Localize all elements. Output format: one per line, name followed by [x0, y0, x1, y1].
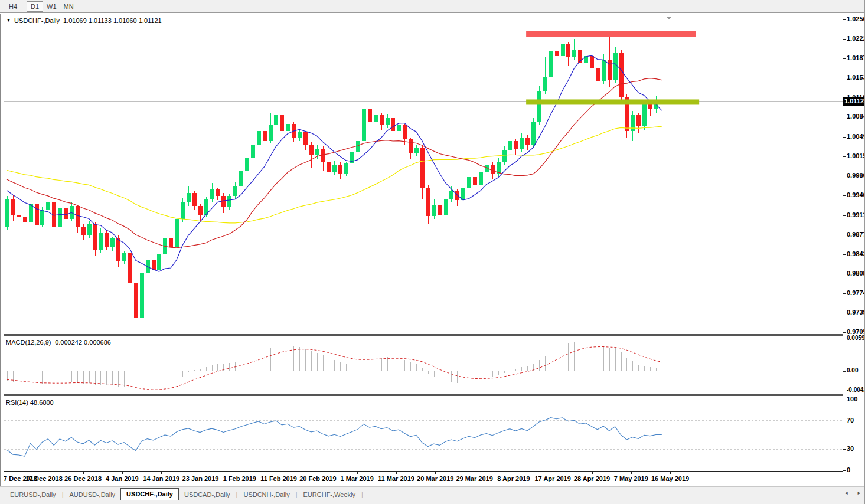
date-axis-label: 20 Feb 2019 [297, 475, 338, 482]
rsi-axis-label: 0 [847, 466, 850, 473]
date-axis-label: 4 Jan 2019 [102, 475, 143, 482]
current-price-tag[interactable]: 1.01121 [843, 97, 865, 106]
rsi-panel-canvas[interactable] [4, 396, 843, 472]
candles-layer [5, 34, 664, 326]
tab-scroll-right-icon[interactable]: ► [857, 490, 861, 496]
price-axis-label: 0.98420 [847, 250, 865, 257]
date-axis-tick [670, 472, 671, 474]
support-level-bar[interactable] [526, 99, 699, 104]
macd-axis-tick [843, 391, 846, 391]
chart-shift-marker-icon[interactable] [666, 17, 672, 19]
date-axis-tick [553, 472, 553, 474]
price-axis-tick [843, 293, 846, 294]
macd-panel-canvas[interactable] [4, 336, 843, 394]
price-axis-tick [843, 274, 846, 274]
timeframe-w1-button[interactable]: W1 [43, 1, 60, 12]
tab-separator: | [296, 489, 298, 500]
price-axis[interactable]: 1.025601.022201.018701.015301.011801.008… [843, 14, 865, 472]
date-axis-tick [396, 472, 397, 474]
date-axis-tick [44, 472, 44, 474]
date-axis-tick [83, 472, 84, 474]
price-chart-canvas[interactable] [4, 14, 843, 334]
tab-separator: | [236, 489, 238, 500]
date-axis-label: 14 Jan 2019 [141, 475, 182, 482]
window-left-border [0, 14, 4, 486]
price-axis-tick [843, 39, 846, 40]
date-axis-tick [161, 472, 162, 474]
price-axis-label: 1.00840 [847, 113, 865, 120]
price-axis-label: 0.99800 [847, 172, 865, 179]
rsi-axis-tick [843, 470, 846, 471]
date-axis-tick [435, 472, 436, 474]
price-axis-label: 0.98080 [847, 270, 865, 277]
price-axis-tick [843, 313, 846, 313]
price-axis-label: 1.00150 [847, 152, 865, 159]
date-axis-tick [122, 472, 123, 474]
date-axis-label: 17 Dec 2018 [23, 475, 64, 482]
macd-axis-label: 0.00 [847, 367, 858, 374]
chart-ohlc-values: 1.01069 1.01133 1.01060 1.01121 [63, 17, 162, 24]
tab-eurusd-daily[interactable]: EURUSD-,Daily [5, 489, 61, 500]
date-axis-label: 1 Feb 2019 [219, 475, 260, 482]
price-axis-label: 1.02560 [847, 15, 865, 22]
date-axis-label: 8 Apr 2019 [493, 475, 534, 482]
price-axis-label: 1.00490 [847, 133, 865, 140]
tab-usdcnh-daily[interactable]: USDCNH-,Daily [238, 489, 295, 500]
symbol-dropdown-icon[interactable]: ▼ [6, 18, 11, 22]
mt4-window: H4 D1 W1 MN ▼USDCHF-,Daily 1.01069 1.011… [0, 0, 865, 504]
tab-usdchf-daily[interactable]: USDCHF-,Daily [120, 488, 179, 500]
rsi-axis-label: 30 [847, 445, 854, 452]
rsi-axis-label: 100 [847, 395, 857, 402]
macd-axis-tick [843, 339, 846, 339]
rsi-axis-tick [843, 449, 846, 450]
price-axis-label: 0.99460 [847, 191, 865, 198]
tab-usdcad-daily[interactable]: USDCAD-,Daily [179, 489, 236, 500]
date-axis-label: 26 Dec 2018 [63, 475, 104, 482]
chart-symbol-label: USDCHF-,Daily [14, 17, 60, 24]
price-axis-tick [843, 156, 846, 157]
price-axis-tick [843, 235, 846, 235]
toolbar-separator [24, 2, 24, 11]
date-axis-tick [201, 472, 201, 474]
date-axis-tick [318, 472, 318, 474]
rsi-line [7, 418, 662, 456]
rsi-axis-tick [843, 400, 846, 400]
date-axis-tick [592, 472, 593, 474]
timeframe-mn-button[interactable]: MN [60, 1, 77, 12]
timeframe-h4-button[interactable]: H4 [5, 1, 21, 12]
macd-indicator-label: MACD(12,26,9) -0.000242 0.000686 [6, 339, 111, 346]
chart-title: ▼USDCHF-,Daily 1.01069 1.01133 1.01060 1… [6, 17, 162, 24]
price-axis-label: 0.97740 [847, 289, 865, 296]
macd-axis-label: -0.004243 [847, 387, 865, 393]
price-axis-tick [843, 332, 846, 333]
tab-separator: | [361, 489, 363, 500]
macd-axis-label: 0.00597 [847, 335, 865, 341]
date-axis-label: 7 May 2019 [611, 475, 652, 482]
rsi-axis-label: 70 [847, 417, 854, 424]
price-axis-tick [843, 176, 846, 176]
date-axis[interactable]: 7 Dec 201817 Dec 201826 Dec 20184 Jan 20… [4, 472, 843, 486]
timeframe-d1-button[interactable]: D1 [27, 1, 43, 12]
tab-eurchf-weekly[interactable]: EURCHF-,Weekly [298, 489, 361, 500]
price-axis-tick [843, 254, 846, 255]
price-axis-label: 1.01870 [847, 54, 865, 61]
macd-histogram [8, 342, 662, 393]
date-axis-label: 23 Jan 2019 [180, 475, 221, 482]
chart-tab-bar: EURUSD-,Daily | AUDUSD-,Daily USDCHF-,Da… [0, 486, 865, 504]
date-axis-label: 11 Mar 2019 [376, 475, 417, 482]
tab-scroll-left-icon[interactable]: ◄ [844, 490, 848, 496]
price-axis-label: 0.99110 [847, 211, 865, 218]
rsi-indicator-label: RSI(14) 48.6800 [6, 399, 54, 406]
price-axis-label: 1.02220 [847, 35, 865, 42]
date-axis-tick [631, 472, 632, 474]
toolbar-separator [80, 2, 80, 11]
macd-axis-tick [843, 371, 846, 372]
date-axis-label: 28 Apr 2019 [572, 475, 613, 482]
price-axis-label: 0.97390 [847, 309, 865, 316]
price-axis-tick [843, 58, 846, 59]
tab-audusd-daily[interactable]: AUDUSD-,Daily [64, 489, 120, 500]
date-axis-label: 17 Apr 2019 [532, 475, 573, 482]
rsi-axis-tick [843, 421, 846, 421]
price-axis-tick [843, 19, 846, 20]
resistance-level-bar[interactable] [526, 31, 696, 37]
